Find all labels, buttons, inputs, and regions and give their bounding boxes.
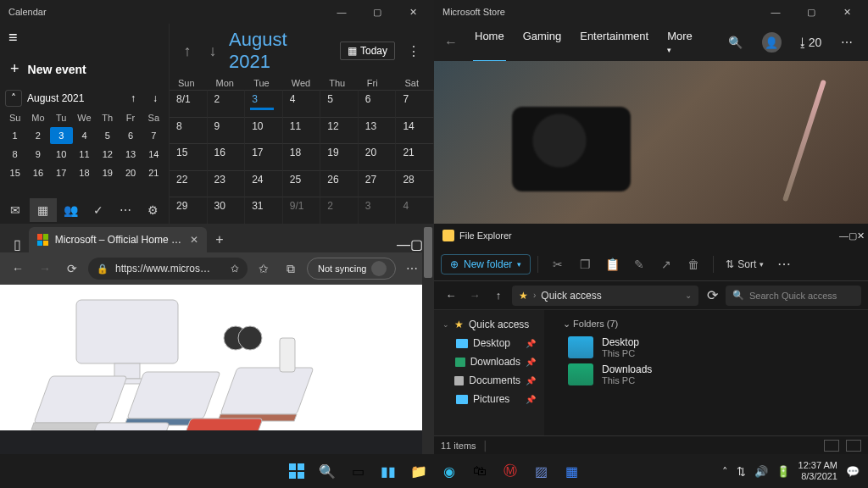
month-grid[interactable]: 8/12345678910111213141516171819202122232… xyxy=(170,90,434,224)
store-hero-image[interactable] xyxy=(434,61,868,224)
calendar-titlebar[interactable]: Calendar ― ▢ ✕ xyxy=(0,0,434,24)
search-icon[interactable]: 🔍 xyxy=(725,36,747,49)
tray-chevron-icon[interactable]: ˄ xyxy=(722,465,728,478)
day-cell[interactable]: 25 xyxy=(283,170,321,197)
store-tab-more[interactable]: More xyxy=(665,21,694,64)
favorite-icon[interactable]: ✩ xyxy=(253,262,275,275)
browser-tab[interactable]: Microsoft – Official Home Page ✕ xyxy=(29,227,207,252)
day-cell[interactable]: 11 xyxy=(283,117,321,144)
new-tab-button[interactable]: + xyxy=(207,227,232,252)
day-cell[interactable]: 28 xyxy=(396,170,434,197)
mini-day[interactable]: 11 xyxy=(73,146,96,163)
day-cell[interactable]: 7 xyxy=(396,90,434,117)
web-content[interactable] xyxy=(0,285,434,430)
calendar-more-icon[interactable]: ⋮ xyxy=(402,43,426,59)
store-more-icon[interactable]: ⋯ xyxy=(836,36,858,49)
day-cell[interactable]: 14 xyxy=(396,117,434,144)
system-tray[interactable]: ˄ ⇅ 🔊 🔋 12:37 AM 8/3/2021 💬 xyxy=(722,460,868,481)
navpane-item[interactable]: Pictures📌 xyxy=(437,390,541,408)
todo-icon[interactable]: ✓ xyxy=(85,198,113,222)
taskbar-clock[interactable]: 12:37 AM 8/3/2021 xyxy=(798,460,837,481)
rename-icon[interactable]: ✎ xyxy=(626,258,652,271)
next-month-icon[interactable]: ↓ xyxy=(203,42,222,60)
day-cell[interactable]: 4 xyxy=(283,90,321,117)
day-cell[interactable]: 24 xyxy=(245,170,283,197)
hamburger-icon[interactable]: ≡ xyxy=(0,24,169,52)
wifi-icon[interactable]: ⇅ xyxy=(737,465,746,478)
explorer-navpane[interactable]: ⌄ ★ Quick access Desktop📌Downloads📌Docum… xyxy=(434,310,544,435)
mini-collapse-icon[interactable]: ˄ xyxy=(5,90,22,107)
chevron-down-icon[interactable]: ⌄ xyxy=(685,291,692,300)
refresh-icon[interactable]: ⟳ xyxy=(61,262,83,275)
prev-month-icon[interactable]: ↑ xyxy=(178,42,197,60)
day-cell[interactable]: 26 xyxy=(320,170,359,197)
edge-taskbar-icon[interactable]: ◉ xyxy=(436,458,463,485)
minimize-button[interactable]: ― xyxy=(758,0,793,24)
mini-day[interactable]: 9 xyxy=(26,146,49,163)
mini-day[interactable]: 18 xyxy=(73,164,96,181)
new-folder-button[interactable]: ⊕ New folder ▾ xyxy=(441,254,531,274)
day-cell[interactable]: 5 xyxy=(320,90,359,117)
day-cell[interactable]: 8/1 xyxy=(170,90,208,117)
day-cell[interactable]: 2 xyxy=(320,197,359,224)
downloads-button[interactable]: ⭳20 xyxy=(797,36,821,49)
delete-icon[interactable]: 🗑 xyxy=(681,258,706,271)
start-button[interactable] xyxy=(283,458,310,485)
day-cell[interactable]: 6 xyxy=(359,90,397,117)
navpane-item[interactable]: Desktop📌 xyxy=(437,334,541,352)
mail-icon[interactable]: ✉ xyxy=(2,198,30,222)
taskbar[interactable]: 🔍 ▭ ▮▮ 📁 ◉ 🛍 Ⓜ ▨ ▦ ˄ ⇅ 🔊 🔋 12:37 AM 8/3/… xyxy=(0,454,868,488)
up-icon[interactable]: ↑ xyxy=(488,289,509,302)
people-icon[interactable]: 👥 xyxy=(57,198,85,222)
sort-button[interactable]: ⇅ Sort ▾ xyxy=(721,258,769,270)
day-cell[interactable]: 29 xyxy=(170,197,208,224)
refresh-icon[interactable]: ⟳ xyxy=(702,287,722,303)
day-cell[interactable]: 18 xyxy=(283,143,321,170)
mini-day[interactable]: 10 xyxy=(50,146,73,163)
day-cell[interactable]: 22 xyxy=(170,170,208,197)
maximize-button[interactable]: ▢ xyxy=(359,0,395,24)
store-titlebar[interactable]: Microsoft Store ― ▢ ✕ xyxy=(434,0,868,24)
profile-sync-button[interactable]: Not syncing xyxy=(307,258,396,280)
day-cell[interactable]: 30 xyxy=(208,197,246,224)
mini-day[interactable]: 2 xyxy=(26,127,49,144)
back-icon[interactable]: ← xyxy=(441,289,461,302)
calendar-icon[interactable]: ▦ xyxy=(30,198,58,222)
share-icon[interactable]: ↗ xyxy=(654,258,679,271)
mini-day[interactable]: 6 xyxy=(119,127,142,144)
day-cell[interactable]: 13 xyxy=(359,117,397,144)
cut-icon[interactable]: ✂ xyxy=(545,258,570,271)
day-cell[interactable]: 15 xyxy=(170,143,208,170)
day-cell[interactable]: 8 xyxy=(170,117,208,144)
calendar-taskbar-icon[interactable]: ▦ xyxy=(558,458,585,485)
profile-avatar[interactable]: 👤 xyxy=(762,32,782,53)
close-button[interactable]: ✕ xyxy=(829,0,865,24)
day-cell[interactable]: 12 xyxy=(320,117,359,144)
day-cell[interactable]: 3 xyxy=(359,197,397,224)
explorer-taskbar-icon[interactable]: 📁 xyxy=(405,458,432,485)
address-bar[interactable]: 🔒 https://www.micros… ✩ xyxy=(88,258,248,280)
maximize-button[interactable]: ▢ xyxy=(793,0,829,24)
edge-menu-icon[interactable]: ⋯ xyxy=(401,262,423,275)
new-event-button[interactable]: + New event xyxy=(0,52,169,86)
scrollbar[interactable] xyxy=(422,224,434,454)
navpane-item[interactable]: Documents📌 xyxy=(437,371,541,390)
mini-day[interactable]: 14 xyxy=(142,146,165,163)
day-cell[interactable]: 9/1 xyxy=(283,197,321,224)
folders-group-header[interactable]: ⌄ Folders (7) xyxy=(553,315,860,336)
breadcrumb[interactable]: ★ › Quick access ⌄ xyxy=(512,286,698,306)
mini-day[interactable]: 4 xyxy=(73,127,96,144)
minimize-button[interactable]: ― xyxy=(324,0,359,24)
widgets-button[interactable]: ▮▮ xyxy=(375,458,402,485)
mini-day[interactable]: 12 xyxy=(96,146,119,163)
mini-calendar[interactable]: SuMoTuWeThFrSa12345678910111213141516171… xyxy=(0,110,169,181)
more-icon[interactable]: ⋯ xyxy=(112,198,140,222)
explorer-more-icon[interactable]: ⋯ xyxy=(771,256,798,272)
battery-icon[interactable]: 🔋 xyxy=(776,465,790,478)
store-tab-home[interactable]: Home xyxy=(473,21,506,64)
volume-icon[interactable]: 🔊 xyxy=(754,465,768,478)
day-cell[interactable]: 19 xyxy=(320,143,359,170)
explorer-content[interactable]: ⌄ Folders (7) DesktopThis PCDownloadsThi… xyxy=(544,310,868,435)
minimize-button[interactable]: ― xyxy=(839,230,849,241)
close-button[interactable]: ✕ xyxy=(857,230,865,241)
